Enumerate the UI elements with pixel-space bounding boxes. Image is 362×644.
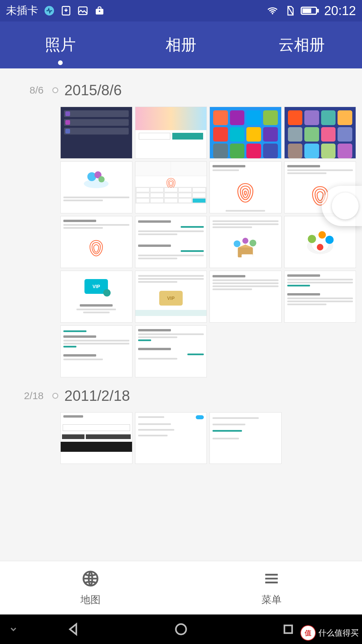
watermark-badge: 值 [300,625,316,641]
globe-icon [81,569,100,590]
photo-thumbnail[interactable] [284,107,356,159]
svg-point-29 [176,624,186,635]
svg-rect-17 [242,254,253,258]
photo-thumbnail[interactable] [135,412,207,464]
app-tabs: 照片 相册 云相册 [0,21,362,68]
timeline-dot-icon [52,87,58,93]
wifi-icon [265,5,280,16]
briefcase-icon [94,5,105,16]
svg-marker-28 [70,624,76,635]
tab-albums[interactable]: 相册 [121,21,241,68]
heart-monitor-icon [44,5,55,16]
tab-cloud-label: 云相册 [279,35,325,55]
svg-point-14 [234,240,240,247]
svg-rect-8 [302,8,311,13]
watermark: 值 什么值得买 [300,625,359,641]
photo-thumbnail[interactable] [135,325,207,377]
thumbnail-grid: VIP VIP [60,107,356,377]
svg-point-22 [325,236,334,244]
photo-thumbnail[interactable] [135,216,207,268]
svg-point-21 [318,231,326,238]
svg-point-16 [250,239,256,246]
sim-card-icon [285,5,296,16]
photo-thumbnail[interactable] [209,107,282,159]
svg-point-20 [308,235,316,243]
photo-thumbnail[interactable] [284,271,356,323]
empty-slot [209,325,282,377]
battery-icon [301,5,319,16]
timeline-dot-icon [52,393,58,399]
svg-point-15 [242,237,248,244]
photo-thumbnail[interactable] [60,216,132,268]
assistive-touch-button[interactable] [322,186,362,226]
svg-point-23 [317,244,323,251]
menu-label: 菜单 [261,593,282,607]
photo-thumbnail[interactable] [209,216,282,268]
photo-thumbnail[interactable] [135,107,207,159]
thumbnail-grid [60,412,356,464]
clock-text: 20:12 [324,4,356,18]
status-bar: 未插卡 20:12 [0,0,362,21]
section-short-date: 2/18 [0,390,50,401]
download-box-icon [60,5,72,16]
sim-status-text: 未插卡 [6,3,38,18]
tab-cloud[interactable]: 云相册 [241,21,362,68]
photo-timeline[interactable]: 8/6 2015/8/6 [0,68,362,582]
watermark-text: 什么值得买 [318,628,359,638]
tab-photos-label: 照片 [45,35,76,55]
photo-thumbnail[interactable]: VIP [135,271,207,323]
home-button[interactable] [127,622,235,637]
svg-point-12 [99,176,105,182]
photo-thumbnail[interactable] [60,325,132,377]
photo-thumbnail[interactable] [135,161,207,213]
svg-rect-7 [317,9,319,13]
photo-thumbnail[interactable] [60,161,132,213]
photo-thumbnail[interactable]: VIP [60,271,132,323]
section-short-date: 8/6 [0,85,50,96]
active-tab-indicator [58,60,63,65]
photo-thumbnail[interactable] [60,107,132,159]
photo-thumbnail[interactable] [209,412,282,464]
hamburger-icon [262,569,281,590]
picture-icon [77,5,88,16]
map-label: 地图 [80,593,101,607]
tab-photos[interactable]: 照片 [0,21,121,68]
empty-slot [284,412,356,464]
photo-thumbnail[interactable] [60,412,132,464]
timeline-section: 8/6 2015/8/6 [0,68,362,377]
empty-slot [284,325,356,377]
section-full-date[interactable]: 2015/8/6 [64,82,122,99]
tab-albums-label: 相册 [166,35,196,55]
nav-expand-button[interactable] [0,625,20,634]
svg-point-9 [84,179,109,188]
vip-badge-label: VIP [93,284,100,289]
back-button[interactable] [20,622,127,637]
svg-point-4 [99,10,100,12]
photo-thumbnail[interactable] [209,271,282,323]
photo-thumbnail[interactable] [209,161,282,213]
bottom-toolbar: 地图 菜单 [0,561,362,614]
section-full-date[interactable]: 2011/2/18 [64,387,130,404]
timeline-section: 2/18 2011/2/18 [0,377,362,464]
vip-badge-label: VIP [167,296,175,301]
svg-rect-30 [285,626,292,633]
map-button[interactable]: 地图 [0,561,181,614]
svg-point-5 [272,13,274,14]
menu-button[interactable]: 菜单 [181,561,362,614]
